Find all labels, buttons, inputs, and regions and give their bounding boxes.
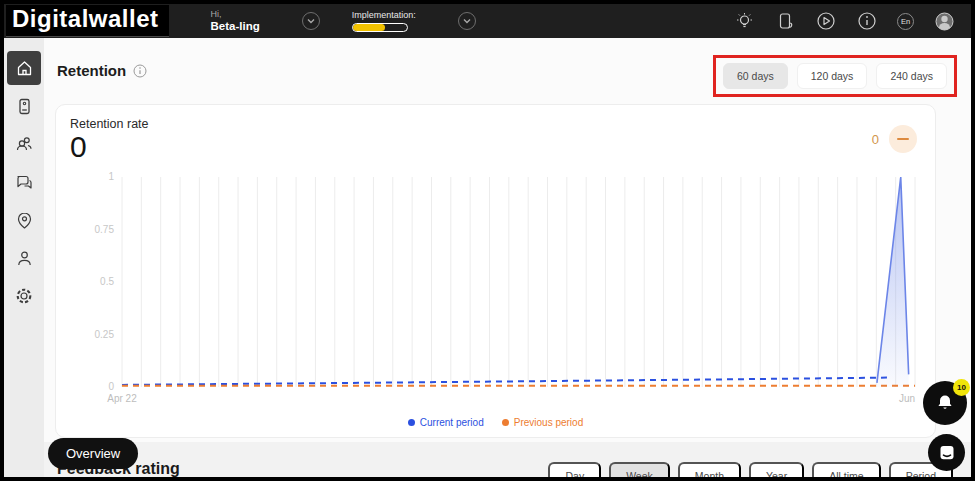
overview-button[interactable]: Overview [48,438,138,469]
retention-rate-value: 0 [70,131,149,163]
svg-text:Jun: Jun [899,393,915,404]
info-button[interactable] [856,10,878,32]
range-button-60-days[interactable]: 60 days [723,63,788,89]
range-button-240-days[interactable]: 240 days [876,63,947,89]
legend-label-previous: Previous period [514,417,583,428]
delta-value: 0 [872,132,879,147]
sidebar-item-customers[interactable] [7,127,41,161]
tips-button[interactable] [733,10,755,32]
svg-text:0.75: 0.75 [95,223,115,234]
retention-rate-card: Retention rate 0 0 10.750.50.250Apr 22Ju… [55,104,936,438]
sidebar-item-account[interactable] [7,241,41,275]
implementation-label: Implementation: [352,10,416,21]
chart-legend: Current period Previous period [70,417,921,428]
language-selector[interactable]: En [897,13,914,30]
topbar-actions: En [733,10,971,32]
legend-item-previous-period[interactable]: Previous period [502,417,583,428]
legend-label-current: Current period [420,417,484,428]
retention-info-icon[interactable] [133,64,147,78]
period-tabs: Day Week Month Year All time Period [548,462,953,477]
retention-chart: 10.750.50.250Apr 22Jun [70,165,921,417]
sidebar-item-settings[interactable] [7,279,41,313]
sidebar-item-terminal[interactable] [7,89,41,123]
sidebar-item-locations[interactable] [7,203,41,237]
support-chat-button[interactable] [928,434,965,471]
delta-indicator: 0 [872,125,917,153]
decrease-indicator-button[interactable] [889,125,917,153]
svg-text:0.25: 0.25 [95,328,115,339]
notifications-button[interactable]: 10 [923,381,967,425]
chevron-down-icon [305,15,317,27]
notification-badge: 10 [953,379,970,396]
tab-year[interactable]: Year [749,462,804,477]
bell-icon [935,393,955,413]
user-dropdown-toggle[interactable] [302,12,320,30]
user-greeting: Hi, Beta-ling [211,10,260,33]
legend-dot-previous [502,419,509,426]
app-window: Digitalwallet Hi, Beta-ling Implementati… [0,0,975,481]
implementation-progress-bar [352,23,408,32]
sidebar-nav [4,38,44,477]
logo[interactable]: Digitalwallet [6,5,169,36]
sidebar-item-home[interactable] [7,51,41,85]
terminal-icon [15,97,34,116]
sidebar-item-messages[interactable] [7,165,41,199]
info-icon [857,11,877,31]
svg-text:0: 0 [108,381,114,392]
tab-month[interactable]: Month [678,462,741,477]
lightbulb-icon [735,12,754,31]
chat-bubble-icon [938,444,956,462]
chevron-down-icon [461,15,473,27]
home-icon [15,59,34,78]
top-bar: Digitalwallet Hi, Beta-ling Implementati… [4,4,971,38]
svg-text:1: 1 [108,171,114,182]
profile-menu-button[interactable] [933,10,955,32]
legend-item-current-period[interactable]: Current period [408,417,484,428]
legend-dot-current [408,419,415,426]
gear-icon [14,286,34,306]
video-tour-button[interactable] [815,10,837,32]
greeting-name: Beta-ling [211,20,260,33]
user-icon [15,249,34,268]
mobile-guide-icon [776,12,795,31]
range-selector-highlight-box: 60 days 120 days 240 days [713,55,957,97]
svg-text:Apr 22: Apr 22 [107,393,137,404]
minus-icon [897,138,909,140]
tab-day[interactable]: Day [548,462,601,477]
tab-week[interactable]: Week [609,462,670,477]
feedback-rating-section: Feedback rating Day Week Month Year All … [44,442,971,477]
main-content: Retention 60 days 120 days 240 days Rete… [44,38,971,477]
range-button-120-days[interactable]: 120 days [797,63,868,89]
location-pin-icon [15,211,34,230]
play-icon [816,11,836,31]
avatar [934,11,955,32]
implementation-dropdown-toggle[interactable] [458,12,476,30]
tab-all-time[interactable]: All time [812,462,880,477]
implementation-progress-fill [353,24,385,31]
card-title: Retention rate [70,117,149,131]
svg-text:0.5: 0.5 [100,276,114,287]
chat-bubbles-icon [14,172,34,192]
implementation-progress: Implementation: [352,10,416,32]
page-title: Retention [57,62,126,79]
mobile-guide-button[interactable] [774,10,796,32]
greeting-small: Hi, [211,10,260,20]
users-icon [14,134,34,154]
